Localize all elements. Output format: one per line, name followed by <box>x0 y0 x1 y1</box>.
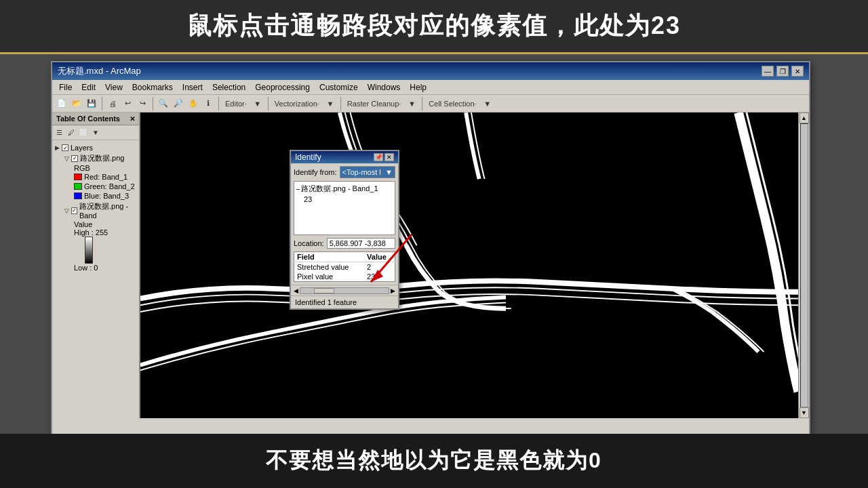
tree-layer-row[interactable]: − 路况数据.png - Band_1 <box>296 183 393 195</box>
identify-table-header-row: Field Value <box>294 252 395 262</box>
toolbar-zoom-out[interactable]: 🔎 <box>172 97 185 110</box>
identify-dialog: Identify 📌 ✕ Identify from: <T <box>290 150 399 310</box>
toolbar-identify[interactable]: ℹ <box>201 97 215 110</box>
identify-location-row: Location: 5,868.907 -3,838 <box>294 238 395 249</box>
field-cell-1: Pixel value <box>294 272 365 282</box>
menu-customize[interactable]: Customize <box>315 81 362 94</box>
map-area-wrapper: Identify 📌 ✕ Identify from: <T <box>140 113 809 418</box>
toolbar-vect-btn[interactable]: ▼ <box>323 97 337 110</box>
window-titlebar: 无标题.mxd - ArcMap — ❐ ✕ <box>52 62 809 80</box>
minimize-button[interactable]: — <box>762 66 774 77</box>
menu-view[interactable]: View <box>101 81 127 94</box>
identify-table-header: Field Value <box>294 252 395 262</box>
toc-close-icon[interactable]: ✕ <box>130 115 135 123</box>
menu-edit[interactable]: Edit <box>77 81 100 94</box>
identify-scrollbar[interactable]: ◀ ▶ <box>291 285 398 296</box>
toc-select-btn[interactable]: ⬜ <box>78 127 89 138</box>
tree-minus-icon: − <box>296 185 300 193</box>
vectorization-label: Vectorization· <box>272 100 322 108</box>
layer1-bands: Red: Band_1 Green: Band_2 Blue: Band_3 <box>74 172 136 201</box>
top-title-text: 鼠标点击通畅路段对应的像素值，此处为23 <box>187 9 681 43</box>
identify-body: Identify from: <Top-most l ▼ − <box>291 163 398 285</box>
toc-draw-btn[interactable]: 🖊 <box>66 127 77 138</box>
map-canvas[interactable]: Identify 📌 ✕ Identify from: <T <box>140 113 798 418</box>
band2-item: Green: Band_2 <box>74 182 136 191</box>
menu-file[interactable]: File <box>55 81 76 94</box>
window-title: 无标题.mxd - ArcMap <box>58 65 141 77</box>
layer2-checkbox[interactable]: ✓ <box>71 207 77 214</box>
toc-layers-item[interactable]: ▶ ✓ Layers <box>55 143 136 152</box>
toolbar-raster-btn[interactable]: ▼ <box>405 97 418 110</box>
scroll-down-button[interactable]: ▼ <box>800 407 809 418</box>
band1-item: Red: Band_1 <box>74 172 136 182</box>
toolbar-sep-6 <box>422 97 422 110</box>
toc-layer2-item[interactable]: ▽ ✓ 路况数据.png - Band <box>64 201 136 220</box>
toolbar-open[interactable]: 📂 <box>70 97 83 110</box>
toolbar-print[interactable]: 🖨 <box>106 97 119 110</box>
close-button[interactable]: ✕ <box>791 66 804 77</box>
layer1-group: ▽ ✓ 路况数据.png RGB Red: Band_1 <box>64 152 136 201</box>
layer2-expand-icon: ▽ <box>64 207 69 214</box>
identify-titlebar: Identify 📌 ✕ <box>291 151 398 163</box>
map-right-scrollbar[interactable]: ▲ ▼ <box>798 113 809 418</box>
layer1-checkbox[interactable]: ✓ <box>71 155 78 162</box>
main-area: Table Of Contents ✕ ☰ 🖊 ⬜ ▼ ▶ ✓ Layers <box>52 113 809 418</box>
bottom-subtitle-text: 不要想当然地以为它是黑色就为0 <box>266 446 602 476</box>
band2-label: Green: Band_2 <box>84 182 135 190</box>
tree-value-row: 23 <box>304 195 393 204</box>
identify-pin-button[interactable]: 📌 <box>374 153 383 161</box>
layer1-type-label: RGB <box>74 164 90 172</box>
layers-checkbox[interactable]: ✓ <box>62 144 68 151</box>
identify-from-dropdown[interactable]: <Top-most l ▼ <box>340 166 395 178</box>
toolbar-editor-btn[interactable]: ▼ <box>251 97 264 110</box>
band3-color <box>74 192 82 199</box>
band1-color <box>74 174 82 180</box>
identify-close-button[interactable]: ✕ <box>384 153 394 161</box>
toc-filter-btn[interactable]: ▼ <box>90 127 101 138</box>
restore-button[interactable]: ❐ <box>776 66 789 77</box>
scroll-up-button[interactable]: ▲ <box>800 113 809 123</box>
menu-windows[interactable]: Windows <box>363 81 405 94</box>
layer2-high: High : 255 <box>74 228 136 237</box>
toolbar-undo[interactable]: ↩ <box>121 97 134 110</box>
menu-help[interactable]: Help <box>406 81 431 94</box>
toolbar-pan[interactable]: ✋ <box>186 97 200 110</box>
toolbar-new[interactable]: 📄 <box>55 97 68 110</box>
scroll-track-vertical[interactable] <box>800 123 808 407</box>
toolbar-cell-btn[interactable]: ▼ <box>481 97 494 110</box>
toolbar-sep-3 <box>218 97 219 110</box>
scroll-track[interactable] <box>300 287 389 294</box>
menu-selection[interactable]: Selection <box>208 81 250 94</box>
toolbar-save[interactable]: 💾 <box>85 97 98 110</box>
toc-layer1-item[interactable]: ▽ ✓ 路况数据.png <box>64 152 136 164</box>
scroll-left-arrow-icon[interactable]: ◀ <box>292 287 300 294</box>
layer1-name: 路况数据.png <box>80 153 124 163</box>
table-of-contents: Table Of Contents ✕ ☰ 🖊 ⬜ ▼ ▶ ✓ Layers <box>52 113 140 418</box>
toolbar-redo[interactable]: ↪ <box>136 97 149 110</box>
bottom-subtitle-bar: 不要想当然地以为它是黑色就为0 <box>0 434 868 488</box>
top-title-bar: 鼠标点击通畅路段对应的像素值，此处为23 <box>0 0 868 54</box>
toc-list-btn[interactable]: ☰ <box>54 127 64 138</box>
band1-label: Red: Band_1 <box>84 173 127 181</box>
layer2-group: ▽ ✓ 路况数据.png - Band Value High : 255 Lo <box>64 201 136 272</box>
menu-bookmarks[interactable]: Bookmarks <box>128 81 177 94</box>
scroll-thumb[interactable] <box>314 288 334 293</box>
layer2-low: Low : 0 <box>74 264 136 272</box>
menu-geoprocessing[interactable]: Geoprocessing <box>251 81 314 94</box>
layer1-type: RGB <box>74 164 136 172</box>
layer2-high-label: High : 255 <box>74 228 108 237</box>
toolbar-zoom-in[interactable]: 🔍 <box>157 97 170 110</box>
value-cell-1: 23 <box>364 272 395 282</box>
toc-content: ▶ ✓ Layers ▽ ✓ 路况数据.png RGB <box>52 140 139 276</box>
main-toolbar: 📄 📂 💾 🖨 ↩ ↪ 🔍 🔎 ✋ ℹ Editor· ▼ Vectorizat… <box>52 95 809 113</box>
identify-footer: Identified 1 feature <box>291 296 398 308</box>
scroll-right-arrow-icon[interactable]: ▶ <box>389 287 397 294</box>
layers-label: Layers <box>71 144 93 152</box>
layer2-name: 路况数据.png - Band <box>79 201 136 220</box>
toc-toolbar: ☰ 🖊 ⬜ ▼ <box>52 125 139 140</box>
band3-label: Blue: Band_3 <box>84 192 129 200</box>
identify-from-label: Identify from: <box>294 168 337 176</box>
map-svg <box>140 113 798 418</box>
map-row: Identify 📌 ✕ Identify from: <T <box>140 113 809 418</box>
menu-insert[interactable]: Insert <box>178 81 207 94</box>
